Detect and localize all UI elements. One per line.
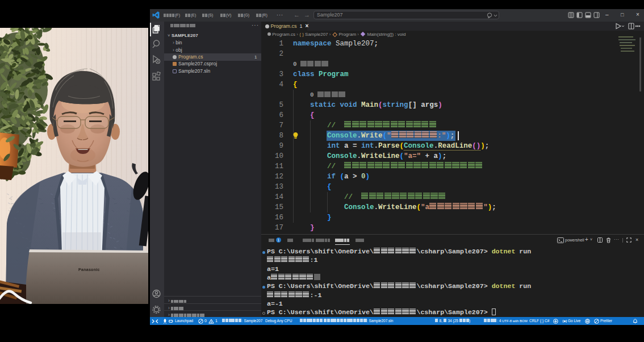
svg-text:Panasonic: Panasonic (78, 268, 100, 272)
